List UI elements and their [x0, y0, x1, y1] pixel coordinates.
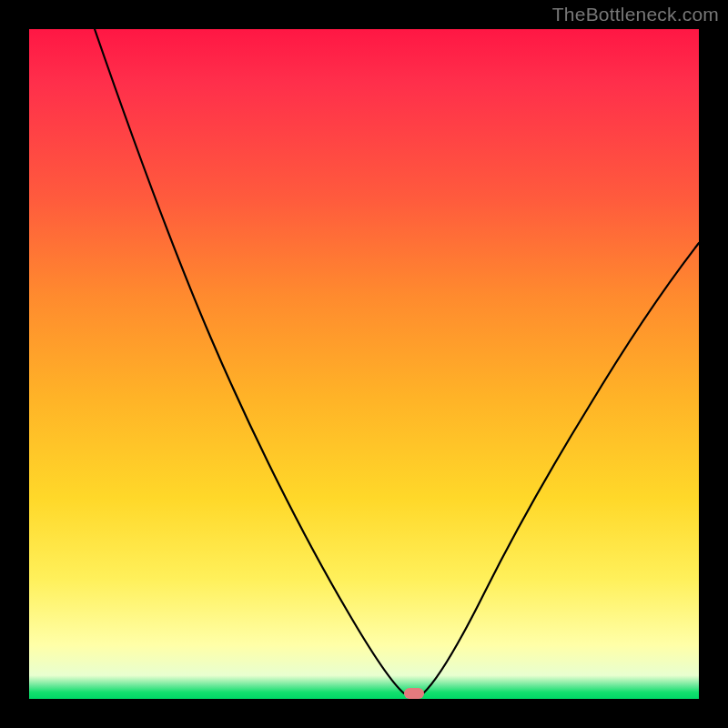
plot-area	[29, 29, 699, 699]
chart-frame: TheBottleneck.com	[0, 0, 728, 728]
bottleneck-curve	[95, 29, 699, 693]
watermark-text: TheBottleneck.com	[552, 4, 719, 25]
chart-svg	[29, 29, 699, 699]
optimal-marker	[404, 688, 424, 699]
